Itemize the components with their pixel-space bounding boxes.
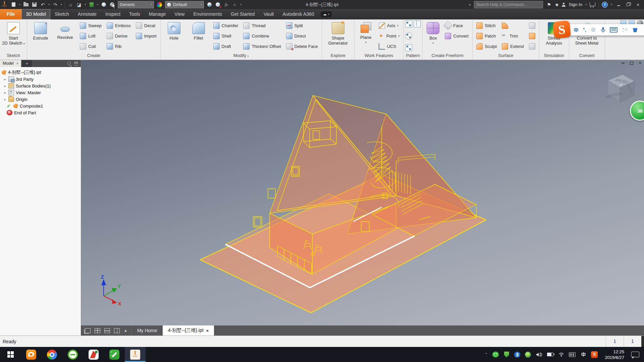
color-wheel-button[interactable] (157, 2, 162, 8)
model-tab-close-icon[interactable]: × (16, 61, 18, 65)
sculpt-button[interactable]: Sculpt (475, 42, 498, 50)
home-view-button[interactable]: ⌂ (68, 2, 73, 8)
freeform-box-button[interactable]: Box ▾ (424, 20, 442, 51)
patch-button[interactable]: Patch (475, 32, 498, 40)
inventor-logo[interactable]: I PRO (0, 0, 9, 9)
fillet-button[interactable]: Fillet (187, 20, 210, 51)
battery-icon[interactable] (547, 351, 553, 358)
expand-arrow-icon[interactable]: ▸ (3, 77, 7, 81)
action-center-icon[interactable] (631, 352, 639, 357)
adjust-button[interactable] (101, 2, 107, 8)
chamfer-button[interactable]: Chamfer (212, 21, 240, 29)
hole-button[interactable]: Hole (162, 20, 186, 51)
tree-item-composite1[interactable]: ✓ Composite1 (1, 103, 81, 109)
freeform-face-button[interactable]: Face (443, 21, 470, 29)
skin-icon[interactable] (632, 26, 638, 33)
material-browser-button[interactable] (89, 2, 94, 8)
sweep-button[interactable]: Sweep (78, 21, 103, 29)
sogou-logo[interactable]: S (553, 20, 571, 39)
collapse-tabs-icon[interactable]: ▲ (124, 328, 127, 333)
axis-button[interactable]: Axis▾ (377, 21, 401, 29)
new-file-dropdown[interactable]: ▾ (19, 3, 20, 6)
360-safe-tray-icon[interactable]: + (525, 351, 531, 358)
browser-search-icon[interactable] (67, 62, 71, 65)
tree-item-surface-bodies[interactable]: ▸ Surface Bodies(1) (1, 82, 81, 89)
coil-button[interactable]: Coil (78, 42, 103, 50)
shape-generator-button[interactable]: Shape Generator (324, 20, 353, 51)
document-tab[interactable]: 4-别墅--{三维}.ipt × (163, 325, 214, 336)
punctuation-mode-icon[interactable]: °, (583, 26, 586, 33)
save-button[interactable] (32, 2, 37, 8)
viewport-3d[interactable]: × FRONT BOTTOM RIGHT 36 Z Y X (81, 60, 644, 325)
close-button[interactable]: × (635, 2, 641, 7)
section-label-create[interactable]: Create (27, 52, 160, 60)
decal-button[interactable]: Decal (135, 21, 158, 29)
adjust-appearance-button[interactable] (207, 2, 212, 8)
taskbar-reader[interactable] (83, 347, 104, 362)
extrude-button[interactable]: Extrude (29, 20, 52, 51)
menu-tab-sketch[interactable]: Sketch (50, 9, 73, 19)
view-cube[interactable]: FRONT BOTTOM RIGHT (601, 68, 638, 105)
document-tab-close-icon[interactable]: × (206, 328, 209, 333)
draft-button[interactable]: Draft (212, 42, 240, 50)
menu-tab-view[interactable]: View (170, 9, 189, 19)
minimize-button[interactable] (615, 2, 622, 7)
direct-button[interactable]: Direct (285, 32, 319, 40)
start-button[interactable] (0, 347, 21, 362)
menu-tab-get-started[interactable]: Get Started (226, 9, 259, 19)
tree-item-3rd-party[interactable]: ▸ 3rd Party (1, 76, 81, 82)
a360-cloud-button[interactable]: ☁▾ (321, 11, 332, 17)
combine-button[interactable]: Combine (242, 32, 282, 40)
ime-language-icon[interactable] (580, 351, 587, 358)
taskbar-clock[interactable]: 12:25 2019/6/27 (605, 349, 624, 360)
add-browser-tab[interactable]: + (22, 60, 32, 67)
split-button[interactable]: Split (285, 21, 319, 29)
shell-button[interactable]: Shell (212, 32, 240, 40)
visual-style-button[interactable]: ◪ (76, 2, 82, 8)
sign-in-dropdown[interactable]: ▾ (585, 3, 587, 6)
emoji-icon[interactable]: ☺ (591, 26, 596, 33)
expand-arrow-icon[interactable]: ▸ (3, 84, 7, 88)
voice-input-icon[interactable] (601, 26, 605, 33)
undo-button[interactable]: ↶ (40, 2, 46, 8)
loft-button[interactable]: Loft (78, 32, 103, 40)
toolbox-icon[interactable] (642, 27, 644, 32)
cascade-windows-icon[interactable] (85, 328, 91, 333)
material-browser-dropdown[interactable]: ▾ (97, 3, 98, 6)
sogou-tray-icon[interactable]: S (591, 351, 598, 358)
taskbar-editor[interactable] (104, 347, 125, 362)
redo-dropdown[interactable]: ▾ (61, 3, 62, 6)
bluetooth-icon[interactable] (514, 352, 520, 358)
taskbar-360-browser[interactable] (62, 347, 83, 362)
emboss-button[interactable]: Emboss (105, 21, 132, 29)
thesaurus-icon[interactable] (622, 26, 628, 33)
new-file-button[interactable] (11, 2, 16, 8)
vertical-split-icon[interactable] (114, 328, 120, 333)
point-button[interactable]: Point▾ (377, 32, 401, 40)
tree-item-root[interactable]: 4-别墅--{三维}.ipt (1, 69, 81, 76)
menu-tab-annotate[interactable]: Annotate (73, 9, 101, 19)
rectangular-pattern-button[interactable] (405, 20, 412, 27)
model-tab[interactable]: Model × (0, 60, 21, 67)
open-button[interactable] (23, 2, 29, 8)
search-input[interactable] (474, 1, 543, 8)
menu-tab-3d-model[interactable]: 3D Model (21, 9, 50, 19)
thicken-offset-button[interactable]: Thicken/ Offset (242, 42, 282, 50)
restore-button[interactable] (625, 2, 632, 7)
menu-tab-file[interactable]: File (0, 9, 21, 19)
add-quick-access-button[interactable]: + (232, 2, 237, 8)
visual-style-dropdown[interactable]: ▾ (85, 3, 86, 6)
search-collapse-arrow[interactable]: ▸ (469, 3, 471, 6)
surface-tool-3-button[interactable] (528, 42, 537, 50)
derive-button[interactable]: Derive (105, 32, 132, 40)
tree-item-end-of-part[interactable]: End of Part (1, 109, 81, 116)
clear-appearance-button[interactable] (215, 2, 221, 8)
chinese-mode-icon[interactable] (574, 26, 579, 33)
ucs-button[interactable]: UCS (377, 42, 401, 50)
import-button[interactable]: Import (135, 32, 158, 40)
customize-toolbar-dropdown[interactable]: ▾ (240, 3, 241, 6)
delete-face-button[interactable]: Delete Face (285, 42, 319, 50)
menu-tab-manage[interactable]: Manage (145, 9, 170, 19)
my-home-tab[interactable]: My Home (132, 325, 163, 336)
undo-dropdown[interactable]: ▾ (48, 3, 50, 6)
